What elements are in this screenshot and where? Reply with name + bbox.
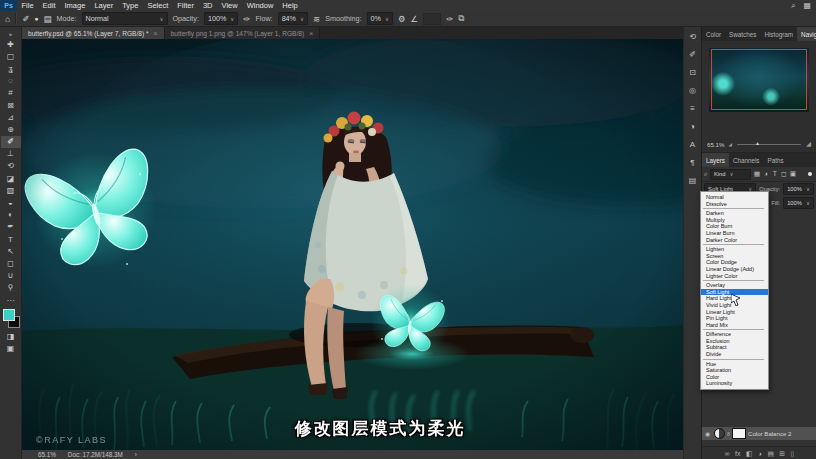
blend-mode-option[interactable]: Dissolve	[701, 201, 768, 208]
crop-tool[interactable]: #	[1, 87, 21, 99]
delete-layer-icon[interactable]: ▯	[791, 450, 795, 458]
pen-tool[interactable]: ✒	[1, 221, 21, 233]
blend-mode-option[interactable]: Lighten	[701, 246, 768, 253]
panel-tab[interactable]: Layers	[702, 153, 729, 167]
panel-tab[interactable]: Swatches	[725, 27, 760, 41]
layer-opacity-select[interactable]: 100%	[783, 183, 814, 195]
layer-mask-thumbnail[interactable]	[732, 428, 746, 439]
new-layer-icon[interactable]: ⊞	[779, 450, 785, 458]
blend-mode-option[interactable]	[703, 208, 764, 209]
adjustments-icon[interactable]: ◑	[686, 121, 700, 132]
layer-visibility-icon[interactable]: ◉	[705, 430, 712, 437]
blend-mode-option[interactable]: Color Burn	[701, 223, 768, 230]
blend-mode-option[interactable]: Linear Dodge (Add)	[701, 266, 768, 273]
blend-mode-option[interactable]: Hard Mix	[701, 322, 768, 329]
layer-effects-icon[interactable]: fx	[735, 450, 740, 457]
history-brush-tool[interactable]: ⟲	[1, 160, 21, 172]
document-tab[interactable]: butterfly.psd @ 65.1% (Layer 7, RGB/8) *…	[22, 27, 165, 39]
menu-item[interactable]: Layer	[90, 0, 118, 11]
blend-mode-option[interactable]: Subtract	[701, 344, 768, 351]
smoothing-select[interactable]: 0%	[367, 12, 393, 25]
blend-mode-option[interactable]: Color	[701, 374, 768, 381]
character-icon[interactable]: A	[686, 139, 700, 150]
navigator-zoom-slider[interactable]: ◢ ▲ ◢	[729, 139, 811, 149]
menu-item[interactable]: Type	[118, 0, 143, 11]
workspace-icon[interactable]: ▦	[803, 1, 811, 10]
menu-item[interactable]: Window	[242, 0, 278, 11]
toolbar-collapse-icon[interactable]: »	[1, 29, 21, 38]
type-tool[interactable]: T	[1, 233, 21, 245]
new-group-icon[interactable]: ▤	[767, 450, 773, 458]
quick-mask-icon[interactable]: ◨	[1, 330, 21, 342]
new-adjustment-icon[interactable]: ◑	[758, 450, 762, 457]
menu-item[interactable]: File	[17, 0, 38, 11]
flow-select[interactable]: 84%	[278, 12, 308, 25]
search-icon[interactable]: ⌕	[791, 1, 795, 11]
blend-mode-option[interactable]: Darker Color	[701, 237, 768, 244]
shape-tool[interactable]: ◻	[1, 257, 21, 269]
blend-mode-option[interactable]: Multiply	[701, 217, 768, 224]
menu-item[interactable]: Help	[278, 0, 302, 11]
blend-mode-option[interactable]: Linear Light	[701, 309, 768, 316]
navigator-view-box[interactable]	[711, 49, 807, 110]
brush-angle-icon[interactable]: ∠	[411, 14, 419, 24]
filter-toggle[interactable]	[808, 172, 812, 176]
blend-mode-option[interactable]: Overlay	[701, 282, 768, 289]
screen-mode-icon[interactable]: ▣	[1, 342, 21, 354]
quick-selection-tool[interactable]: ◌	[1, 75, 21, 87]
panel-tab[interactable]: Channels	[729, 153, 764, 167]
eraser-tool[interactable]: ◪	[1, 172, 21, 184]
symmetry-icon[interactable]: ⧉	[458, 13, 464, 24]
status-zoom[interactable]: 65.1%	[38, 451, 56, 458]
blend-mode-option[interactable]: Linear Burn	[701, 230, 768, 237]
add-mask-icon[interactable]: ◧	[746, 450, 752, 458]
brush-settings-icon[interactable]: ✐	[686, 49, 700, 60]
hand-tool[interactable]: ∪	[1, 270, 21, 282]
blend-mode-option[interactable]	[703, 329, 764, 330]
blend-mode-option[interactable]: Divide	[701, 351, 768, 358]
zoom-slider-thumb[interactable]: ▲	[755, 140, 760, 146]
panel-tab[interactable]: Paths	[764, 153, 788, 167]
blend-mode-option[interactable]: Exclusion	[701, 338, 768, 345]
menu-item[interactable]: View	[217, 0, 242, 11]
marquee-tool[interactable]: ▢	[1, 50, 21, 62]
menu-item[interactable]: Image	[60, 0, 90, 11]
blur-tool[interactable]: ◒	[1, 196, 21, 208]
clone-stamp-tool[interactable]: ⊥	[1, 148, 21, 160]
pressure-opacity-icon[interactable]: ✑	[243, 14, 250, 24]
menu-item[interactable]: Filter	[173, 0, 199, 11]
angle-input[interactable]	[423, 13, 441, 25]
blend-mode-option[interactable]: Screen	[701, 253, 768, 260]
layer-fill-select[interactable]: 100%	[783, 197, 814, 209]
navigator-zoom-value[interactable]: 65.1%	[707, 141, 725, 148]
zoom-tool[interactable]: ⚲	[1, 282, 21, 294]
home-icon[interactable]: ⌂	[5, 14, 10, 24]
document-tab[interactable]: butterfly png 1.png @ 147% (Layer 1, RGB…	[165, 27, 321, 39]
filter-pixel-icon[interactable]: ▦	[753, 170, 761, 178]
close-tab-icon[interactable]: ×	[309, 30, 313, 37]
menu-item[interactable]: Select	[143, 0, 173, 11]
opacity-select[interactable]: 100%	[204, 12, 238, 25]
filter-type-icon[interactable]: T	[771, 170, 779, 178]
blend-mode-option[interactable]	[703, 280, 764, 281]
zoom-out-icon[interactable]: ◢	[729, 142, 732, 147]
eyedropper-tool[interactable]: ⊿	[1, 111, 21, 123]
menu-item[interactable]: Edit	[38, 0, 60, 11]
pressure-size-icon[interactable]: ✑	[446, 14, 453, 24]
smoothing-gear-icon[interactable]: ⚙	[398, 14, 406, 24]
blend-mode-option[interactable]: Luminosity	[701, 380, 768, 387]
document-canvas[interactable]: ©RAFY LABS 修改图层模式为柔光	[22, 39, 683, 450]
panel-tab[interactable]: Histogram	[760, 27, 797, 41]
move-tool[interactable]: ✚	[1, 38, 21, 50]
adjustment-layer-icon[interactable]	[714, 428, 725, 439]
panel-tab[interactable]: Navigator	[797, 27, 816, 41]
libraries-icon[interactable]: ▤	[686, 175, 700, 186]
lasso-tool[interactable]: ʓ	[1, 62, 21, 74]
properties-icon[interactable]: ◎	[686, 85, 700, 96]
blend-mode-option[interactable]: Saturation	[701, 367, 768, 374]
blend-mode-option[interactable]: Pin Light	[701, 315, 768, 322]
navigator-thumbnail[interactable]	[709, 48, 809, 112]
gradient-tool[interactable]: ▧	[1, 184, 21, 196]
info-icon[interactable]: ≡	[686, 103, 700, 114]
history-icon[interactable]: ⟲	[686, 31, 700, 42]
